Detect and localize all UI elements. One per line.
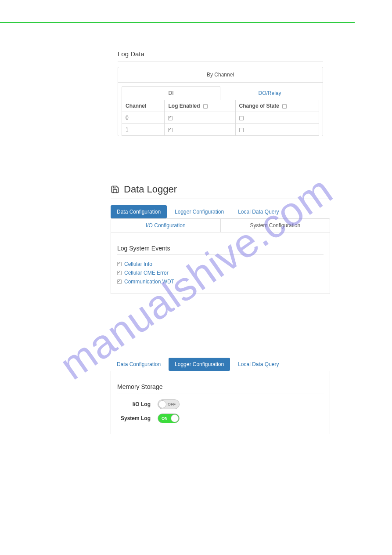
tab-logger-configuration-2[interactable]: Logger Configuration bbox=[169, 358, 230, 371]
cell-channel: 1 bbox=[122, 124, 165, 136]
memory-storage-title: Memory Storage bbox=[117, 383, 324, 393]
memory-storage-section: Data Configuration Logger Configuration … bbox=[111, 358, 330, 434]
io-log-toggle-text: OFF bbox=[168, 402, 176, 406]
tab-logger-configuration[interactable]: Logger Configuration bbox=[169, 205, 230, 218]
io-log-toggle[interactable]: OFF bbox=[158, 399, 180, 409]
cell-channel: 0 bbox=[122, 112, 165, 124]
log-data-panel: By Channel DI DO/Relay Channel Log Enabl… bbox=[118, 67, 323, 136]
page-title: Data Logger bbox=[111, 184, 330, 199]
comm-wdt-label: Communication WDT bbox=[124, 279, 174, 285]
cellular-cme-checkbox[interactable] bbox=[117, 271, 122, 275]
col-channel: Channel bbox=[122, 100, 165, 112]
main-tabs-2: Data Configuration Logger Configuration … bbox=[111, 358, 330, 371]
log-enabled-header-checkbox[interactable] bbox=[203, 104, 208, 109]
event-communication-wdt: Communication WDT bbox=[117, 279, 324, 285]
log-system-events-title: Log System Events bbox=[117, 245, 324, 255]
save-icon bbox=[111, 185, 119, 194]
event-cellular-cme-error: Cellular CME Error bbox=[117, 270, 324, 276]
comm-wdt-checkbox[interactable] bbox=[117, 279, 122, 284]
tab-local-data-query[interactable]: Local Data Query bbox=[232, 205, 285, 218]
table-row: 1 bbox=[122, 124, 319, 136]
channel-table: Channel Log Enabled Change of State 0 bbox=[122, 100, 319, 136]
cellular-info-checkbox[interactable] bbox=[117, 262, 122, 266]
sub-tabs: I/O Configuration System Configuration bbox=[111, 218, 330, 232]
log-enabled-checkbox-1[interactable] bbox=[168, 128, 173, 132]
tab-io-configuration[interactable]: I/O Configuration bbox=[111, 219, 220, 232]
system-log-row: System Log ON bbox=[117, 414, 324, 423]
tab-do-relay[interactable]: DO/Relay bbox=[220, 86, 319, 100]
tab-data-configuration[interactable]: Data Configuration bbox=[111, 205, 167, 218]
tab-di[interactable]: DI bbox=[122, 86, 220, 100]
cellular-info-label: Cellular Info bbox=[124, 261, 152, 267]
toggle-knob bbox=[158, 400, 166, 408]
data-logger-section: Data Logger Data Configuration Logger Co… bbox=[111, 184, 330, 294]
table-row: 0 bbox=[122, 112, 319, 124]
main-tabs: Data Configuration Logger Configuration … bbox=[111, 205, 330, 218]
log-enabled-checkbox-0[interactable] bbox=[168, 116, 173, 120]
io-log-row: I/O Log OFF bbox=[117, 399, 324, 409]
tab-local-data-query-2[interactable]: Local Data Query bbox=[232, 358, 285, 371]
logger-config-content: Memory Storage I/O Log OFF System Log ON bbox=[111, 371, 330, 434]
cellular-cme-label: Cellular CME Error bbox=[124, 270, 169, 276]
change-of-state-checkbox-1[interactable] bbox=[239, 128, 244, 132]
system-config-content: Log System Events Cellular Info Cellular… bbox=[111, 232, 330, 294]
system-log-toggle-text: ON bbox=[162, 416, 168, 421]
system-log-label: System Log bbox=[117, 415, 158, 421]
io-log-label: I/O Log bbox=[117, 401, 158, 407]
toggle-knob bbox=[171, 414, 179, 422]
data-logger-title: Data Logger bbox=[124, 184, 177, 195]
change-of-state-checkbox-0[interactable] bbox=[239, 116, 244, 120]
log-data-title: Log Data bbox=[118, 48, 323, 62]
tab-system-configuration[interactable]: System Configuration bbox=[220, 219, 330, 232]
log-data-section: Log Data By Channel DI DO/Relay Channel … bbox=[118, 48, 323, 136]
channel-type-tabs: DI DO/Relay bbox=[122, 86, 319, 100]
header-separator bbox=[0, 22, 355, 23]
col-log-enabled: Log Enabled bbox=[165, 100, 235, 112]
tab-data-configuration-2[interactable]: Data Configuration bbox=[111, 358, 167, 371]
system-log-toggle[interactable]: ON bbox=[158, 414, 180, 423]
col-change-of-state: Change of State bbox=[235, 100, 319, 112]
by-channel-header: By Channel bbox=[118, 67, 323, 83]
change-of-state-header-checkbox[interactable] bbox=[282, 104, 287, 109]
event-cellular-info: Cellular Info bbox=[117, 261, 324, 267]
